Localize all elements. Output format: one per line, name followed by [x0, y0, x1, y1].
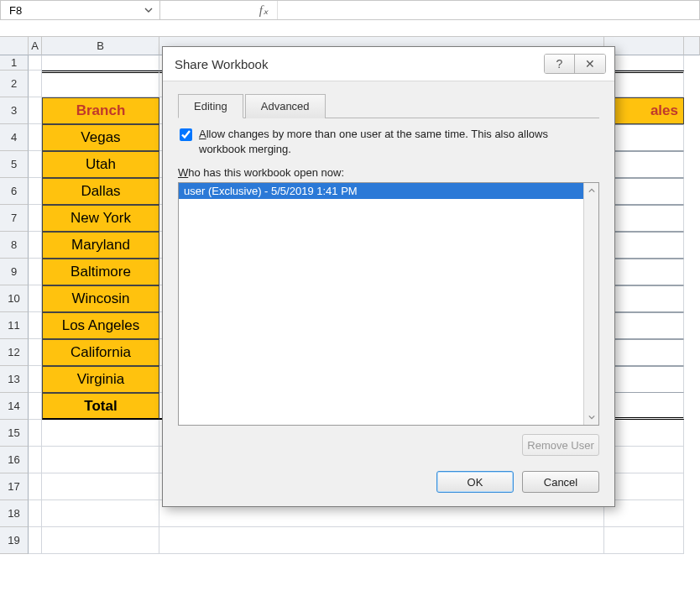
cell[interactable] — [29, 205, 42, 232]
cell[interactable] — [29, 178, 42, 205]
cell[interactable] — [604, 285, 684, 312]
cell[interactable] — [29, 97, 42, 124]
cell[interactable] — [604, 312, 684, 339]
cell[interactable] — [42, 473, 159, 500]
tab-editing[interactable]: Editing — [178, 94, 243, 118]
cell[interactable] — [42, 527, 159, 554]
cell[interactable] — [29, 393, 42, 420]
allow-changes-checkbox[interactable] — [180, 128, 192, 141]
row-header[interactable]: 12 — [0, 339, 29, 366]
cell[interactable] — [29, 124, 42, 151]
cell[interactable] — [29, 71, 42, 97]
cell[interactable] — [29, 312, 42, 339]
cell[interactable] — [604, 366, 684, 393]
fx-icon[interactable]: fₓ — [160, 1, 278, 19]
row-header[interactable]: 8 — [0, 232, 29, 259]
cell[interactable] — [604, 339, 684, 366]
row-header[interactable]: 14 — [0, 393, 29, 420]
cell[interactable] — [604, 447, 684, 473]
branch-cell[interactable]: California — [42, 339, 159, 366]
dialog-titlebar[interactable]: Share Workbook ? ✕ — [163, 47, 614, 81]
sales-header-cell[interactable]: ales — [604, 97, 684, 124]
remove-user-button[interactable]: Remove User — [522, 434, 599, 456]
branch-cell[interactable]: Dallas — [42, 178, 159, 205]
cell[interactable] — [604, 500, 684, 527]
cell[interactable] — [29, 420, 42, 447]
name-box[interactable]: F8 — [1, 1, 160, 19]
cell[interactable] — [42, 71, 159, 97]
cell[interactable] — [29, 366, 42, 393]
branch-cell[interactable]: Los Angeles — [42, 312, 159, 339]
row-header[interactable]: 11 — [0, 312, 29, 339]
branch-cell[interactable]: Virginia — [42, 366, 159, 393]
name-box-dropdown-icon[interactable] — [141, 3, 156, 18]
total-cell[interactable]: Total — [42, 393, 159, 420]
cell[interactable] — [604, 71, 684, 97]
help-button[interactable]: ? — [545, 55, 575, 73]
cell[interactable] — [604, 420, 684, 447]
row-header[interactable]: 7 — [0, 205, 29, 232]
row-header[interactable]: 16 — [0, 447, 29, 473]
cell[interactable] — [29, 285, 42, 312]
cell[interactable] — [42, 500, 159, 527]
branch-header-cell[interactable]: Branch — [42, 97, 159, 124]
branch-cell[interactable]: Utah — [42, 151, 159, 178]
cell[interactable] — [29, 55, 42, 71]
row-header[interactable]: 19 — [0, 527, 29, 554]
cell[interactable] — [604, 527, 684, 554]
tab-advanced[interactable]: Advanced — [245, 94, 326, 118]
cell[interactable] — [42, 420, 159, 447]
cell[interactable] — [604, 259, 684, 285]
cell[interactable] — [29, 500, 42, 527]
cell[interactable] — [604, 124, 684, 151]
cell[interactable] — [29, 527, 42, 554]
col-header-b[interactable]: B — [42, 37, 159, 55]
listbox-scrollbar[interactable] — [583, 183, 598, 425]
cell[interactable] — [604, 151, 684, 178]
col-header-d[interactable] — [604, 37, 684, 55]
branch-cell[interactable]: Baltimore — [42, 259, 159, 285]
scroll-down-icon[interactable] — [584, 410, 598, 425]
ok-button[interactable]: OK — [436, 471, 514, 493]
row-header[interactable]: 5 — [0, 151, 29, 178]
col-header-rest[interactable] — [684, 37, 700, 55]
cell[interactable] — [42, 447, 159, 473]
close-button[interactable]: ✕ — [575, 55, 605, 73]
list-item[interactable]: user (Exclusive) - 5/5/2019 1:41 PM — [179, 183, 583, 199]
row-header[interactable]: 18 — [0, 500, 29, 527]
scroll-up-icon[interactable] — [584, 183, 598, 198]
cell[interactable] — [29, 339, 42, 366]
branch-cell[interactable]: Vegas — [42, 124, 159, 151]
row-header[interactable]: 17 — [0, 473, 29, 500]
cell[interactable] — [29, 473, 42, 500]
cell[interactable] — [29, 232, 42, 259]
cell[interactable] — [42, 55, 159, 71]
cell[interactable] — [159, 527, 604, 554]
cell[interactable] — [604, 232, 684, 259]
row-header[interactable]: 9 — [0, 259, 29, 285]
cell[interactable] — [604, 473, 684, 500]
row-header[interactable]: 10 — [0, 285, 29, 312]
cell[interactable] — [604, 178, 684, 205]
select-all-corner[interactable] — [0, 37, 29, 55]
branch-cell[interactable]: Wincosin — [42, 285, 159, 312]
cell[interactable] — [604, 393, 684, 420]
col-header-a[interactable]: A — [29, 37, 42, 55]
row-header[interactable]: 15 — [0, 420, 29, 447]
row-header[interactable]: 1 — [0, 55, 29, 71]
open-users-listbox[interactable]: user (Exclusive) - 5/5/2019 1:41 PM — [178, 182, 599, 426]
formula-input[interactable] — [278, 1, 699, 19]
cell[interactable] — [604, 55, 684, 71]
row-header[interactable]: 6 — [0, 178, 29, 205]
cell[interactable] — [29, 151, 42, 178]
cell[interactable] — [604, 205, 684, 232]
branch-cell[interactable]: New York — [42, 205, 159, 232]
row-header[interactable]: 13 — [0, 366, 29, 393]
cell[interactable] — [29, 259, 42, 285]
row-header[interactable]: 4 — [0, 124, 29, 151]
cancel-button[interactable]: Cancel — [522, 471, 599, 493]
branch-cell[interactable]: Maryland — [42, 232, 159, 259]
row-header[interactable]: 3 — [0, 97, 29, 124]
cell[interactable] — [29, 447, 42, 473]
row-header[interactable]: 2 — [0, 71, 29, 97]
